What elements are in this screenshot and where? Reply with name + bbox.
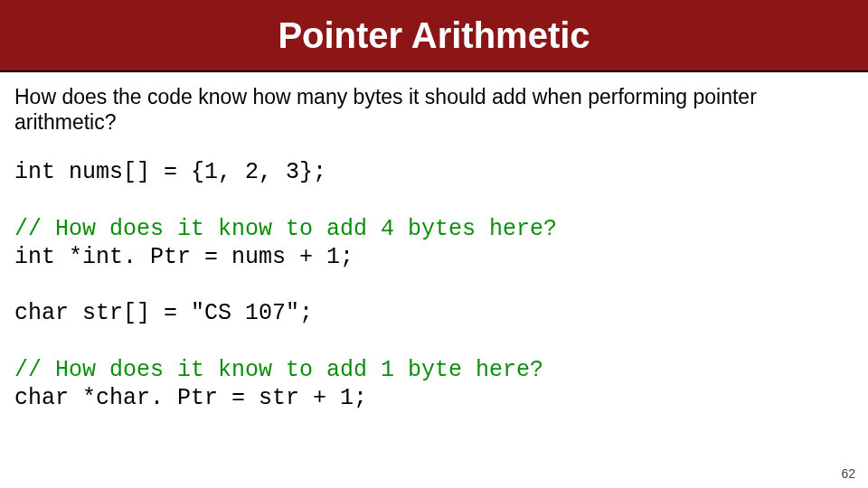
code-line-4: char *char. Ptr = str + 1; [14,385,367,411]
code-line-3: char str[] = "CS 107"; [14,300,313,326]
slide-body: How does the code know how many bytes it… [0,72,868,412]
body-question: How does the code know how many bytes it… [14,85,854,135]
code-comment-2: // How does it know to add 1 byte here? [14,357,543,383]
slide: Pointer Arithmetic How does the code kno… [0,0,868,488]
page-number: 62 [841,466,855,481]
code-block: int nums[] = {1, 2, 3}; // How does it k… [14,158,854,412]
code-line-1: int nums[] = {1, 2, 3}; [14,159,326,185]
code-line-2: int *int. Ptr = nums + 1; [14,244,354,270]
slide-title-bar: Pointer Arithmetic [0,0,868,72]
code-comment-1: // How does it know to add 4 bytes here? [14,216,557,242]
slide-title: Pointer Arithmetic [278,15,590,56]
